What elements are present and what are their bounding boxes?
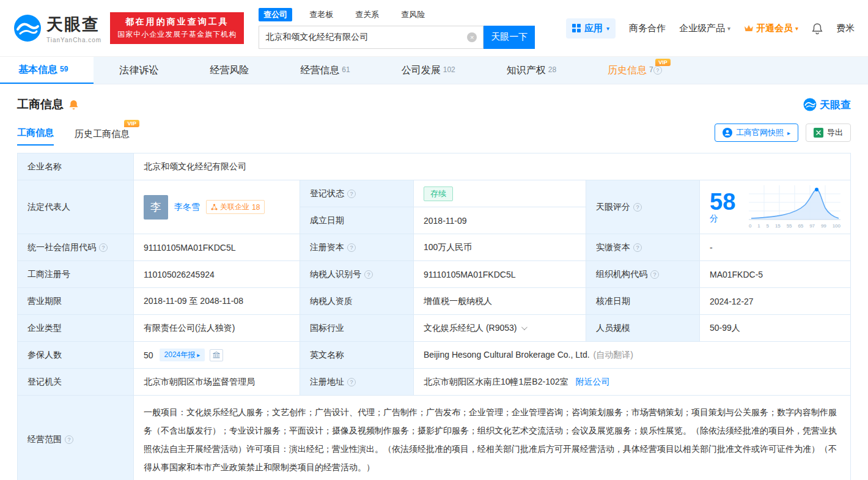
score-chart: 01 515 5565 9799 100	[749, 185, 840, 229]
arrow-right-icon: ▸	[197, 352, 200, 358]
notify-bell-icon[interactable]	[68, 99, 79, 110]
english-name-value: Beijing Hesong Cultural Brokerage Co., L…	[414, 342, 851, 369]
nav-enterprise[interactable]: 企业级产品 ▾	[679, 23, 730, 34]
vip-badge: VIP	[124, 120, 139, 127]
watermark-logo: 天眼查	[803, 98, 851, 112]
related-companies-badge[interactable]: 关联企业 18	[206, 200, 265, 214]
reg-status-value: 存续	[414, 180, 586, 207]
help-icon[interactable]: ?	[633, 203, 642, 212]
reg-address-value: 北京市朝阳区水南庄10幢1层B2-102室 附近公司	[414, 369, 851, 396]
reg-number-value: 110105026245924	[134, 261, 300, 288]
logo-text: 天眼查	[46, 13, 101, 35]
score-label: 天眼评分?	[586, 180, 700, 234]
legal-rep-label: 法定代表人	[18, 180, 134, 234]
promo-line2: 国家中小企业发展子基金旗下机构	[117, 29, 237, 40]
logo-wave-icon	[13, 14, 42, 42]
staff-size-value: 50-99人	[700, 315, 851, 342]
tab-legal[interactable]: 法律诉讼	[94, 57, 184, 84]
link-nodes-icon	[211, 204, 218, 210]
tab-intellectual-property[interactable]: 知识产权28	[481, 57, 582, 84]
help-icon[interactable]: ?	[653, 66, 662, 75]
biz-term-label: 营业期限	[18, 288, 134, 315]
status-badge: 存续	[424, 186, 453, 201]
vip-badge: VIP	[655, 59, 671, 66]
official-snapshot-button[interactable]: 工商官网快照 ▸	[715, 124, 798, 142]
paid-capital-value: -	[700, 234, 851, 261]
search-tab-company[interactable]: 查公司	[259, 8, 292, 21]
company-type-value: 有限责任公司(法人独资)	[134, 315, 300, 342]
company-name-value: 北京和颂文化经纪有限公司	[134, 153, 851, 180]
biz-term-value: 2018-11-09 至 2048-11-08	[134, 288, 300, 315]
table-row: 经营范围? 一般项目：文化娱乐经纪人服务；文艺创作；广告设计、代理；广告制作；广…	[18, 396, 851, 480]
reg-authority-label: 登记机关	[18, 369, 134, 396]
nearby-companies-link[interactable]: 附近公司	[575, 377, 609, 386]
legal-rep-value: 李 李冬雪 关联企业 18	[134, 180, 300, 234]
score-axis: 01 515 5565 9799 100	[749, 223, 840, 229]
bell-icon[interactable]	[812, 23, 823, 34]
reg-number-label: 工商注册号	[18, 261, 134, 288]
tab-company-development[interactable]: 公司发展102	[376, 57, 481, 84]
taxpayer-quality-label: 纳税人资质	[300, 288, 414, 315]
help-icon[interactable]: ?	[347, 190, 356, 198]
org-code-value: MA01FKDC-5	[700, 261, 851, 288]
help-icon[interactable]: ?	[347, 243, 356, 252]
clear-search-icon[interactable]: ×	[467, 32, 477, 42]
help-icon[interactable]: ?	[99, 243, 108, 252]
insured-label: 参保人数	[18, 342, 134, 369]
search-tab-relation[interactable]: 查关系	[350, 8, 384, 21]
annual-report-badge[interactable]: 2024年报▸	[160, 349, 205, 361]
search-input[interactable]	[265, 32, 467, 42]
table-row: 企业名称 北京和颂文化经纪有限公司	[18, 153, 851, 180]
arrow-right-icon: ▸	[787, 130, 790, 136]
tab-operation-risk[interactable]: 经营风险	[184, 57, 274, 84]
help-icon[interactable]: ?	[364, 270, 373, 279]
help-icon[interactable]: ?	[347, 378, 356, 386]
business-scope-value: 一般项目：文化娱乐经纪人服务；文艺创作；广告设计、代理；广告制作；广告发布；企业…	[134, 396, 851, 480]
table-row: 统一社会信用代码? 91110105MA01FKDC5L 注册资本? 100万人…	[18, 234, 851, 261]
table-row: 工商注册号 110105026245924 纳税人识别号? 91110105MA…	[18, 261, 851, 288]
reg-capital-value: 100万人民币	[414, 234, 586, 261]
chevron-down-icon[interactable]	[521, 324, 528, 330]
chevron-down-icon: ▾	[727, 25, 730, 32]
reg-status-label: 登记状态?	[300, 180, 414, 207]
subtab-history-business-info[interactable]: VIP 历史工商信息	[75, 128, 130, 146]
avatar[interactable]: 李	[144, 195, 168, 220]
search-tab-boss[interactable]: 查老板	[304, 8, 338, 21]
crown-icon	[744, 24, 754, 32]
help-icon[interactable]: ?	[65, 435, 73, 444]
credit-code-label: 统一社会信用代码?	[18, 234, 134, 261]
tab-history-info[interactable]: VIP 历史信息7 ?	[582, 57, 688, 84]
est-date-value: 2018-11-09	[414, 207, 586, 234]
industry-label: 国标行业	[300, 315, 414, 342]
reg-authority-value: 北京市朝阳区市场监督管理局	[134, 369, 300, 396]
nav-user[interactable]: 费米	[836, 23, 855, 34]
nav-vip[interactable]: 开通会员 ▾	[744, 23, 798, 34]
est-date-label: 成立日期	[300, 207, 414, 234]
top-header: 天眼查 TianYanCha.com 都在用的商业查询工具 国家中小企业发展子基…	[0, 0, 868, 56]
search-area: 查公司 查老板 查关系 查风险 × 天眼一下	[259, 8, 535, 49]
logo-subtext: TianYanCha.com	[46, 37, 101, 43]
social-insurance-icon[interactable]	[210, 349, 223, 361]
apps-menu[interactable]: 应用 ▾	[566, 18, 616, 39]
nav-cooperation[interactable]: 商务合作	[629, 23, 666, 34]
help-icon[interactable]: ?	[650, 270, 659, 279]
score-value: 58分 01 515	[700, 180, 851, 234]
legal-rep-link[interactable]: 李冬雪	[174, 202, 200, 213]
section-tabs-bar: 基本信息59 法律诉讼 经营风险 经营信息61 公司发展102 知识产权28 V…	[0, 56, 868, 84]
tab-basic-info[interactable]: 基本信息59	[0, 57, 94, 84]
table-row: 参保人数 50 2024年报▸ 英文名称 Beijing Hesong Cult…	[18, 342, 851, 369]
company-name-label: 企业名称	[18, 153, 134, 180]
chevron-down-icon: ▾	[795, 25, 798, 32]
logo-wave-icon	[803, 98, 817, 111]
tab-operation-info[interactable]: 经营信息61	[274, 57, 375, 84]
chevron-down-icon: ▾	[606, 25, 609, 32]
promo-banner: 都在用的商业查询工具 国家中小企业发展子基金旗下机构	[110, 12, 244, 44]
search-tab-risk[interactable]: 查风险	[396, 8, 430, 21]
tianyancha-logo[interactable]: 天眼查 TianYanCha.com	[13, 13, 101, 43]
export-button[interactable]: 导出	[806, 124, 851, 142]
search-button[interactable]: 天眼一下	[484, 26, 535, 49]
subtab-business-info[interactable]: 工商信息	[17, 127, 54, 146]
help-icon[interactable]: ?	[633, 243, 642, 252]
search-box: ×	[259, 26, 484, 49]
promo-line1: 都在用的商业查询工具	[117, 17, 237, 28]
